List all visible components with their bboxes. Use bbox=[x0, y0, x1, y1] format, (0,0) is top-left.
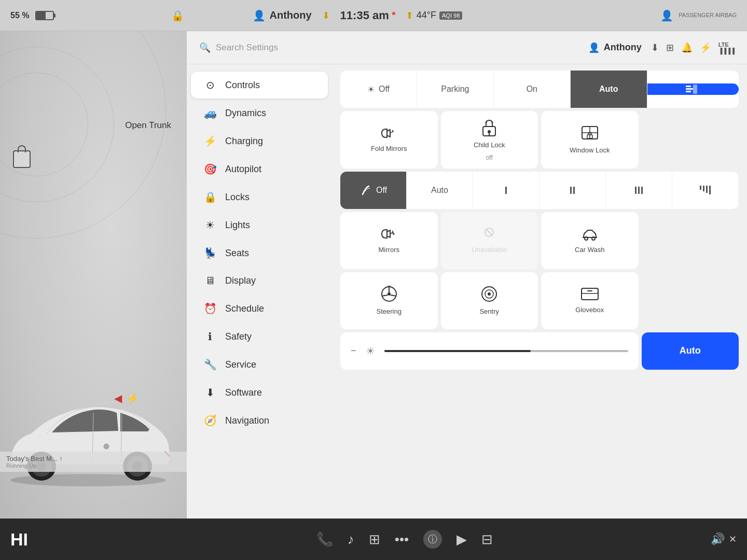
car-drawing bbox=[0, 371, 187, 498]
fold-mirrors-btn[interactable]: Fold Mirrors bbox=[340, 111, 438, 169]
nav-icon-task[interactable]: ⊟ bbox=[481, 531, 493, 548]
mirrors-btn[interactable]: Mirrors bbox=[340, 212, 438, 269]
media-icon[interactable]: ▶ bbox=[457, 531, 467, 548]
wiper-off-btn[interactable]: Off bbox=[340, 172, 407, 209]
wiper-1-btn[interactable] bbox=[473, 172, 540, 209]
search-icon: 🔍 bbox=[199, 42, 211, 53]
nav-item-software[interactable]: ⬇ Software bbox=[191, 379, 328, 406]
svg-rect-12 bbox=[686, 88, 693, 90]
child-lock-btn[interactable]: Child Lock off bbox=[441, 111, 538, 169]
media-strip: Today's Best M... ↑ Running Up bbox=[0, 452, 187, 472]
controls-content: ☀ Off Parking On Auto bbox=[332, 64, 747, 519]
car-wash-btn[interactable]: Car Wash bbox=[541, 212, 639, 269]
wiper-bar-4d bbox=[709, 186, 711, 194]
svg-rect-14 bbox=[693, 85, 697, 94]
glovebox-btn[interactable]: Glovebox bbox=[541, 272, 639, 329]
light-off-btn[interactable]: ☀ Off bbox=[340, 71, 417, 108]
nav-sidebar: ⊙ Controls 🚙 Dynamics ⚡ Charging 🎯 Autop… bbox=[187, 64, 332, 519]
car-lock-icon bbox=[13, 150, 31, 168]
user-name: Anthony bbox=[604, 42, 642, 53]
search-bar[interactable]: 🔍 Search Settings bbox=[199, 38, 278, 58]
svg-line-27 bbox=[486, 229, 492, 235]
brightness-auto-label: Auto bbox=[680, 345, 701, 356]
child-lock-label: Child Lock bbox=[474, 141, 505, 150]
lock-area: 🔒 bbox=[171, 0, 184, 31]
svg-point-30 bbox=[592, 237, 595, 240]
aqi-badge: AQI 98 bbox=[439, 11, 462, 20]
wiper-off-icon bbox=[359, 184, 372, 197]
nav-item-display[interactable]: 🖥 Display bbox=[191, 268, 328, 294]
wiper-auto-btn[interactable]: Auto bbox=[407, 172, 473, 209]
brightness-slider[interactable] bbox=[384, 350, 628, 352]
nav-item-autopilot[interactable]: 🎯 Autopilot bbox=[191, 156, 328, 183]
steering-btn[interactable]: Steering bbox=[340, 272, 438, 329]
light-on-btn[interactable]: On bbox=[494, 71, 571, 108]
seats-icon: 💺 bbox=[203, 247, 217, 259]
light-auto-btn[interactable]: Auto bbox=[571, 71, 647, 108]
nav-item-locks[interactable]: 🔒 Locks bbox=[191, 184, 328, 211]
fold-mirrors-icon bbox=[380, 126, 398, 141]
car-svg bbox=[0, 371, 187, 496]
car-panel: Open Trunk ◀ ⚡ bbox=[0, 31, 187, 519]
sentry-icon bbox=[480, 285, 499, 303]
more-icon[interactable]: ••• bbox=[395, 531, 409, 548]
safety-icon: ℹ bbox=[203, 330, 217, 343]
software-icon: ⬇ bbox=[203, 386, 217, 399]
media-text: Today's Best M... ↑ bbox=[6, 455, 181, 463]
wiper-2-btn[interactable] bbox=[540, 172, 606, 209]
user-name-header: 👤 Anthony bbox=[588, 42, 642, 53]
mirrors-icon bbox=[380, 226, 398, 242]
radio-sublabel: Running Up bbox=[6, 463, 181, 469]
battery-icon bbox=[35, 11, 54, 20]
light-beam-btn[interactable] bbox=[647, 83, 739, 95]
nav-item-seats[interactable]: 💺 Seats bbox=[191, 240, 328, 267]
sentry-btn[interactable]: Sentry bbox=[441, 272, 538, 329]
download-icon[interactable]: ⬇ bbox=[651, 42, 659, 53]
wiper-bar-4a bbox=[700, 186, 701, 190]
apps-icon[interactable]: ⊞ bbox=[369, 531, 380, 548]
wiper-3-btn[interactable] bbox=[606, 172, 672, 209]
nav-item-schedule[interactable]: ⏰ Schedule bbox=[191, 295, 328, 322]
svg-rect-13 bbox=[686, 91, 691, 92]
svg-point-29 bbox=[585, 237, 588, 240]
nav-item-lights[interactable]: ☀ Lights bbox=[191, 212, 328, 239]
phone-icon[interactable]: 📞 bbox=[316, 531, 333, 548]
brightness-minus[interactable]: − bbox=[351, 345, 356, 356]
nav-label-schedule: Schedule bbox=[225, 303, 264, 314]
brightness-auto-btn[interactable]: Auto bbox=[642, 332, 739, 370]
placeholder-2 bbox=[642, 212, 739, 269]
profile-name: Anthony bbox=[270, 9, 312, 21]
wiper-4-btn[interactable] bbox=[672, 172, 739, 209]
unavailable-btn: Unavailable bbox=[441, 212, 538, 269]
nav-item-charging[interactable]: ⚡ Charging bbox=[191, 128, 328, 155]
navigation-icon: 🧭 bbox=[203, 414, 217, 427]
wiper-1-bars bbox=[505, 187, 507, 194]
nav-item-safety[interactable]: ℹ Safety bbox=[191, 323, 328, 350]
bluetooth-icon[interactable]: ⚡ bbox=[700, 42, 711, 53]
status-center: 👤 Anthony ⬇ 11:35 am ⬆ 44°F AQI 98 bbox=[253, 9, 463, 22]
locks-icon: 🔒 bbox=[203, 191, 217, 203]
unavailable-icon bbox=[480, 226, 498, 242]
fold-mirrors-label: Fold Mirrors bbox=[371, 145, 407, 153]
nav-item-navigation[interactable]: 🧭 Navigation bbox=[191, 407, 328, 434]
nav-item-controls[interactable]: ⊙ Controls bbox=[191, 72, 328, 99]
music-icon[interactable]: ♪ bbox=[348, 531, 354, 548]
open-trunk-area: Open Trunk bbox=[125, 119, 171, 132]
bell-icon[interactable]: 🔔 bbox=[681, 42, 693, 53]
wiper-bar-3a bbox=[635, 187, 637, 194]
info-icon[interactable]: ⓘ bbox=[423, 530, 442, 549]
wiper-off-label: Off bbox=[376, 186, 387, 195]
car-wash-label: Car Wash bbox=[575, 246, 604, 255]
volume-x-icon[interactable]: ✕ bbox=[729, 534, 737, 545]
nav-item-service[interactable]: 🔧 Service bbox=[191, 351, 328, 378]
nav-item-dynamics[interactable]: 🚙 Dynamics bbox=[191, 100, 328, 127]
steering-label: Steering bbox=[377, 307, 402, 316]
grid-icon[interactable]: ⊞ bbox=[666, 42, 674, 53]
status-left: 55 % bbox=[10, 11, 54, 20]
nav-label-navigation: Navigation bbox=[225, 415, 269, 426]
service-icon: 🔧 bbox=[203, 358, 217, 371]
settings-panel: 🔍 Search Settings 👤 Anthony ⬇ ⊞ 🔔 ⚡ LTE▐… bbox=[187, 31, 747, 519]
window-lock-btn[interactable]: Window Lock bbox=[541, 111, 639, 169]
light-parking-btn[interactable]: Parking bbox=[417, 71, 494, 108]
volume-icon[interactable]: 🔊 bbox=[711, 533, 725, 546]
